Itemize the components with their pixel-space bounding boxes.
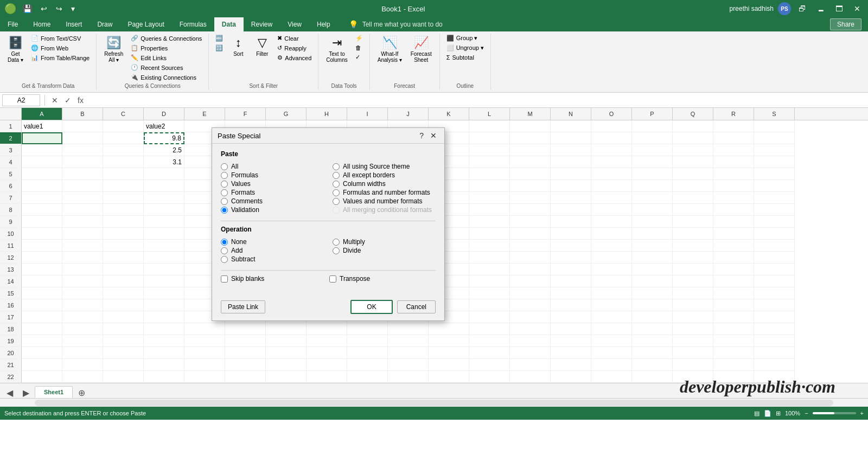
from-web-button[interactable]: 🌐 From Web <box>29 43 92 53</box>
cell[interactable] <box>388 323 429 335</box>
cell[interactable] <box>632 287 673 299</box>
cell-s1[interactable] <box>754 120 795 132</box>
cell[interactable] <box>144 311 184 323</box>
reapply-button[interactable]: ↺ Reapply <box>275 43 314 53</box>
cell[interactable] <box>22 204 62 216</box>
cell-m4[interactable] <box>510 156 551 168</box>
cell[interactable] <box>307 323 347 335</box>
col-header-r[interactable]: R <box>713 108 754 120</box>
cell[interactable] <box>62 228 103 240</box>
cell[interactable] <box>469 204 510 216</box>
cell[interactable] <box>144 299 184 311</box>
view-page-layout-icon[interactable]: 📄 <box>764 410 771 417</box>
cell[interactable] <box>591 275 632 287</box>
operation-divide-label[interactable]: Divide <box>343 247 361 254</box>
existing-connections-button[interactable]: 🔌 Existing Connections <box>129 73 204 82</box>
cell[interactable] <box>510 287 551 299</box>
cell[interactable] <box>469 240 510 252</box>
paste-comments-radio[interactable] <box>221 198 228 205</box>
text-to-columns-button[interactable]: ⇥ Text toColumns <box>323 34 350 65</box>
cell[interactable] <box>62 323 103 335</box>
cell[interactable] <box>22 335 62 347</box>
col-header-n[interactable]: N <box>551 108 591 120</box>
minimize-button[interactable]: 🗕 <box>814 3 828 14</box>
operation-subtract-label[interactable]: Subtract <box>231 255 256 263</box>
cell[interactable] <box>754 323 795 335</box>
add-sheet-plus-button[interactable]: ⊕ <box>74 388 90 398</box>
cell[interactable] <box>551 228 591 240</box>
cell[interactable] <box>713 264 754 275</box>
cell[interactable] <box>551 252 591 264</box>
formula-input[interactable] <box>88 97 866 104</box>
tab-help[interactable]: Help <box>309 17 338 31</box>
cell-c1[interactable] <box>103 120 144 132</box>
maximize-button[interactable]: 🗖 <box>832 3 846 14</box>
paste-link-button[interactable]: Paste Link <box>221 300 265 313</box>
cell[interactable] <box>713 192 754 204</box>
enter-formula-button[interactable]: ✓ <box>62 96 73 105</box>
cell[interactable] <box>632 204 673 216</box>
cell[interactable] <box>713 275 754 287</box>
cell[interactable] <box>673 240 713 252</box>
cell[interactable] <box>632 216 673 228</box>
cell[interactable] <box>591 287 632 299</box>
dialog-help-button[interactable]: ? <box>417 131 426 140</box>
cell[interactable] <box>184 335 225 347</box>
cell[interactable] <box>510 335 551 347</box>
cell[interactable] <box>510 204 551 216</box>
cell[interactable] <box>144 359 184 371</box>
cell[interactable] <box>347 359 388 371</box>
cell[interactable] <box>754 252 795 264</box>
cell[interactable] <box>754 192 795 204</box>
cell[interactable] <box>144 180 184 192</box>
cell[interactable] <box>632 311 673 323</box>
cell[interactable] <box>469 323 510 335</box>
cell[interactable] <box>62 335 103 347</box>
cell[interactable] <box>713 252 754 264</box>
cell[interactable] <box>591 240 632 252</box>
cell-r2[interactable] <box>713 132 754 144</box>
sort-za-button[interactable]: 🔡 <box>213 43 225 53</box>
cell[interactable] <box>632 359 673 371</box>
cell[interactable] <box>469 252 510 264</box>
cell-b1[interactable] <box>62 120 103 132</box>
cell[interactable] <box>429 335 469 347</box>
add-sheet-button[interactable]: ◀ <box>2 388 17 398</box>
cell[interactable] <box>184 323 225 335</box>
cell[interactable] <box>103 192 144 204</box>
cell-s4[interactable] <box>754 156 795 168</box>
cell[interactable] <box>551 347 591 359</box>
cell[interactable] <box>225 335 266 347</box>
cell[interactable] <box>103 287 144 299</box>
tab-page-layout[interactable]: Page Layout <box>120 17 171 31</box>
cell-l1[interactable] <box>469 120 510 132</box>
cell[interactable] <box>144 287 184 299</box>
cell[interactable] <box>469 359 510 371</box>
operation-multiply-radio[interactable] <box>333 239 340 246</box>
cell[interactable] <box>469 228 510 240</box>
subtotal-button[interactable]: Σ Subtotal <box>444 53 486 62</box>
cell[interactable] <box>22 323 62 335</box>
col-header-i[interactable]: I <box>347 108 388 120</box>
paste-all-except-label[interactable]: All except borders <box>343 171 395 179</box>
cell[interactable] <box>632 275 673 287</box>
cell[interactable] <box>591 168 632 180</box>
cell[interactable] <box>469 371 510 383</box>
cell[interactable] <box>713 335 754 347</box>
cell[interactable] <box>103 299 144 311</box>
cell-p4[interactable] <box>632 156 673 168</box>
cell[interactable] <box>103 275 144 287</box>
cell[interactable] <box>673 168 713 180</box>
cell-r1[interactable] <box>713 120 754 132</box>
cell[interactable] <box>510 180 551 192</box>
redo-button[interactable]: ↪ <box>54 3 65 14</box>
edit-links-button[interactable]: ✏️ Edit Links <box>129 53 204 62</box>
from-text-csv-button[interactable]: 📄 From Text/CSV <box>29 34 92 43</box>
cell[interactable] <box>713 323 754 335</box>
queries-connections-button[interactable]: 🔗 Queries & Connections <box>129 34 204 43</box>
cell[interactable] <box>103 228 144 240</box>
paste-values-radio[interactable] <box>221 181 228 188</box>
paste-all-source-label[interactable]: All using Source theme <box>343 163 410 170</box>
cell-s2[interactable] <box>754 132 795 144</box>
col-header-m[interactable]: M <box>510 108 551 120</box>
